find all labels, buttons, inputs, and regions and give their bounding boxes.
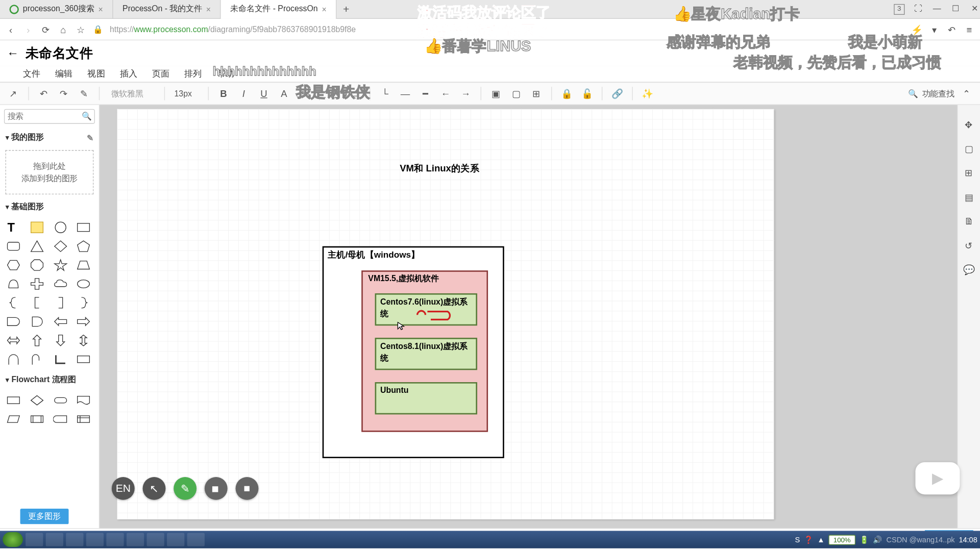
shape-internal[interactable] [74, 411, 93, 428]
back-arrow-icon[interactable]: ← [7, 46, 19, 60]
task-icon[interactable] [66, 533, 83, 546]
shape-corner[interactable] [51, 351, 70, 367]
shape-rounded[interactable] [4, 238, 23, 255]
zoom-indicator[interactable]: 100% [829, 535, 855, 545]
theme-icon[interactable]: ⊞ [963, 167, 975, 179]
chevron-down-icon[interactable]: ▾ [929, 24, 940, 35]
front-icon[interactable]: ▣ [488, 85, 504, 102]
shape-pentagon[interactable] [74, 238, 93, 255]
group-icon[interactable]: ⊞ [528, 85, 545, 102]
fill-icon[interactable]: ▢ [327, 85, 343, 102]
line-style-icon[interactable]: — [397, 85, 413, 102]
format-painter-icon[interactable]: ✎ [76, 85, 92, 102]
chat-icon[interactable]: ▢ [963, 143, 975, 155]
close-icon[interactable]: × [206, 5, 211, 14]
size-select[interactable]: 13px [172, 87, 201, 99]
tray-icon[interactable]: 🔊 [873, 535, 882, 544]
shape-arrow-r[interactable] [74, 314, 93, 330]
url-display[interactable]: https://www.processon.com/diagraming/5f9… [110, 24, 356, 34]
close-window-icon[interactable]: ✕ [969, 4, 980, 14]
page-icon[interactable]: 🗎 [963, 215, 975, 228]
redo-icon[interactable]: ↷ [56, 85, 72, 102]
float-eraser-button[interactable]: ◆ [200, 472, 232, 505]
shape-arrow-ud[interactable] [74, 332, 93, 348]
search-input[interactable] [8, 112, 82, 121]
menu-help[interactable]: 帮助 [217, 68, 234, 80]
edit-icon[interactable]: ✎ [87, 133, 93, 142]
menu-page[interactable]: 页面 [152, 68, 169, 80]
menu-icon[interactable]: ≡ [964, 24, 974, 35]
tray-icon[interactable]: 🔋 [860, 535, 869, 544]
tab-1[interactable]: ProcessOn - 我的文件 × [113, 0, 221, 18]
undo-nav-icon[interactable]: ↶ [946, 24, 957, 35]
paper[interactable]: VM和 Linux的关系 主机/母机【windows】 VM15.5,虚拟机软件… [117, 109, 774, 519]
doc-title[interactable]: 未命名文件 [26, 44, 93, 62]
diagram-title[interactable]: VM和 Linux的关系 [400, 163, 479, 175]
history-icon[interactable]: ↺ [963, 239, 975, 252]
search-icon[interactable]: 🔍 [82, 112, 92, 121]
menu-view[interactable]: 视图 [87, 68, 105, 80]
minimize-icon[interactable]: — [932, 4, 942, 14]
float-stop-button[interactable]: ■ [236, 477, 259, 500]
shape-card[interactable] [74, 351, 93, 367]
host-box[interactable]: 主机/母机【windows】 VM15.5,虚拟机软件 Centos7.6(li… [323, 246, 504, 458]
shapes-search[interactable]: 🔍 [4, 109, 95, 124]
task-icon[interactable] [146, 533, 164, 546]
start-button[interactable] [3, 532, 23, 547]
menu-edit[interactable]: 编辑 [55, 68, 72, 80]
shape-data[interactable] [4, 411, 23, 428]
maximize-icon[interactable]: ☐ [950, 4, 961, 14]
shape-bracket-r[interactable] [51, 295, 70, 311]
task-icon[interactable] [167, 533, 184, 546]
shape-ellipse[interactable] [74, 276, 93, 292]
task-icon[interactable] [86, 533, 104, 546]
search-features[interactable]: 功能查找 [922, 88, 954, 99]
os-box-3[interactable]: Ubuntu [375, 382, 477, 414]
shape-octagon[interactable] [28, 257, 46, 273]
more-shapes-button[interactable]: 更多图形 [20, 509, 69, 524]
bold-icon[interactable]: B [215, 85, 232, 102]
basic-shapes-header[interactable]: ▾ 基础图形 [0, 197, 99, 216]
magic-icon[interactable]: ✨ [640, 85, 656, 102]
comment-icon[interactable]: 💬 [963, 264, 975, 276]
shape-text[interactable]: T [4, 219, 23, 236]
shape-and[interactable] [28, 314, 46, 330]
shape-terminator[interactable] [51, 392, 70, 409]
underline-icon[interactable]: U [256, 85, 272, 102]
shape-plus[interactable] [28, 276, 46, 292]
line-weight-icon[interactable]: ━ [418, 85, 434, 102]
shape-brace-r[interactable] [74, 295, 93, 311]
shape-process[interactable] [4, 392, 23, 409]
stroke-icon[interactable]: ▭ [347, 85, 363, 102]
italic-icon[interactable]: I [236, 85, 252, 102]
link-icon[interactable]: 🔗 [609, 85, 625, 102]
os-box-2[interactable]: Centos8.1(linux)虚拟系统 [375, 338, 477, 370]
shape-circle[interactable] [51, 219, 70, 236]
shape-diamond[interactable] [51, 238, 70, 255]
shape-drop[interactable] [4, 276, 23, 292]
shape-trapezoid[interactable] [74, 257, 93, 273]
tab-2[interactable]: 未命名文件 - ProcessOn × [221, 0, 337, 18]
star-icon[interactable]: ☆ [76, 24, 86, 35]
shape-document[interactable] [74, 392, 93, 409]
tab-0[interactable]: processon_360搜索 × [0, 0, 113, 18]
float-pen-button[interactable]: ✎ [174, 477, 197, 500]
drop-zone[interactable]: 拖到此处 添加到我的图形 [6, 150, 94, 194]
shape-triangle[interactable] [28, 238, 46, 255]
lock-tool-icon[interactable]: 🔒 [559, 85, 575, 102]
shape-rect[interactable] [74, 219, 93, 236]
flowchart-header[interactable]: ▾ Flowchart 流程图 [0, 370, 99, 389]
close-icon[interactable]: × [99, 5, 103, 14]
home-icon[interactable]: ⌂ [58, 24, 68, 35]
vm-box[interactable]: VM15.5,虚拟机软件 Centos7.6(linux)虚拟系统 Centos… [361, 270, 488, 432]
arrow-end-icon[interactable]: → [458, 85, 474, 102]
flash-icon[interactable]: ⚡ [912, 24, 922, 35]
menu-file[interactable]: 文件 [23, 68, 40, 80]
task-icon[interactable] [46, 533, 63, 546]
task-icon[interactable] [106, 533, 124, 546]
font-select[interactable]: 微软雅黑 [106, 86, 157, 101]
reload-icon[interactable]: ⟳ [40, 24, 51, 35]
shape-note[interactable] [28, 219, 46, 236]
task-icon[interactable] [26, 533, 43, 546]
tray-icon[interactable]: ▲ [817, 536, 824, 544]
